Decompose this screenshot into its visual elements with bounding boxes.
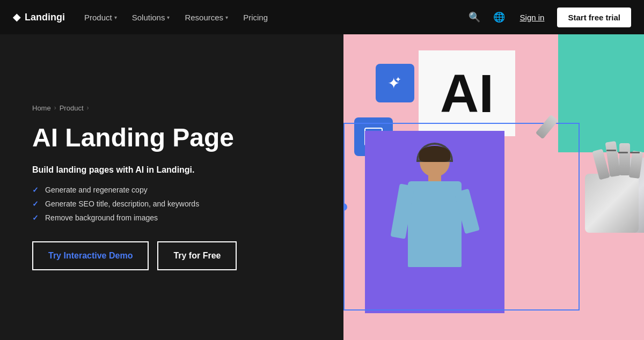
nav-label-pricing: Pricing	[243, 13, 268, 22]
check-icon-2: ✓	[32, 199, 39, 208]
ai-icon-card-1: ✦ ✦	[376, 64, 414, 102]
robot-hand	[542, 115, 644, 233]
finger-detail-1	[606, 150, 616, 151]
finger-detail-2	[618, 152, 628, 153]
try-free-button[interactable]: Try for Free	[157, 241, 237, 270]
robot-finger-3	[619, 143, 630, 175]
try-demo-button[interactable]: Try Interactive Demo	[32, 241, 149, 270]
brand-name: Landingi	[25, 12, 65, 23]
navigation: ◆ Landingi Product ▾ Solutions ▾ Resourc…	[0, 0, 644, 34]
feature-item-2: ✓ Generate SEO title, description, and k…	[32, 199, 311, 208]
finger-detail-3	[630, 152, 640, 153]
robot-hand-area	[531, 115, 644, 238]
feature-item-1: ✓ Generate and regenerate copy	[32, 186, 311, 194]
nav-label-product: Product	[84, 13, 112, 22]
nav-item-resources[interactable]: Resources ▾	[178, 9, 235, 26]
robot-thumb	[536, 114, 559, 139]
nav-label-solutions: Solutions	[132, 13, 165, 22]
start-trial-button[interactable]: Start free trial	[557, 8, 631, 27]
breadcrumb-separator-2: ›	[87, 104, 89, 112]
feature-text-2: Generate SEO title, description, and key…	[45, 199, 199, 208]
check-icon-3: ✓	[32, 213, 39, 222]
nav-right: 🔍 🌐 Sign in Start free trial	[466, 8, 631, 27]
ai-text: AI	[440, 66, 494, 120]
ai-star-icon: ✦ ✦	[385, 73, 405, 93]
feature-text-3: Remove background from images	[45, 213, 158, 222]
nav-label-resources: Resources	[185, 13, 223, 22]
nav-item-product[interactable]: Product ▾	[78, 9, 123, 26]
breadcrumb-separator-1: ›	[54, 104, 56, 112]
breadcrumb-home[interactable]: Home	[32, 104, 51, 112]
hero-subtitle: Build landing pages with AI in Landingi.	[32, 165, 311, 175]
nav-item-pricing[interactable]: Pricing	[237, 9, 274, 26]
page-title: AI Landing Page	[32, 123, 311, 152]
cta-buttons: Try Interactive Demo Try for Free	[32, 241, 311, 270]
robot-palm	[585, 174, 639, 233]
main-content: Home › Product › AI Landing Page Build l…	[0, 34, 644, 340]
chevron-down-icon: ▾	[225, 14, 228, 20]
chevron-down-icon: ▾	[167, 14, 170, 20]
chevron-down-icon: ▾	[114, 14, 117, 20]
logo-icon: ◆	[13, 11, 20, 23]
breadcrumb: Home › Product ›	[32, 104, 311, 112]
left-content: Home › Product › AI Landing Page Build l…	[0, 34, 343, 340]
brand-logo[interactable]: ◆ Landingi	[13, 11, 65, 23]
features-list: ✓ Generate and regenerate copy ✓ Generat…	[32, 186, 311, 222]
search-button[interactable]: 🔍	[466, 9, 482, 25]
language-button[interactable]: 🌐	[491, 9, 507, 25]
feature-item-3: ✓ Remove background from images	[32, 213, 311, 222]
check-icon-1: ✓	[32, 186, 39, 194]
feature-text-1: Generate and regenerate copy	[45, 186, 148, 194]
nav-items: Product ▾ Solutions ▾ Resources ▾ Pricin…	[78, 9, 462, 26]
signin-button[interactable]: Sign in	[516, 9, 549, 26]
breadcrumb-product: Product	[60, 104, 84, 112]
hero-image: AI ✦ ✦	[343, 34, 644, 340]
svg-text:✦: ✦	[395, 75, 401, 84]
nav-item-solutions[interactable]: Solutions ▾	[126, 9, 177, 26]
